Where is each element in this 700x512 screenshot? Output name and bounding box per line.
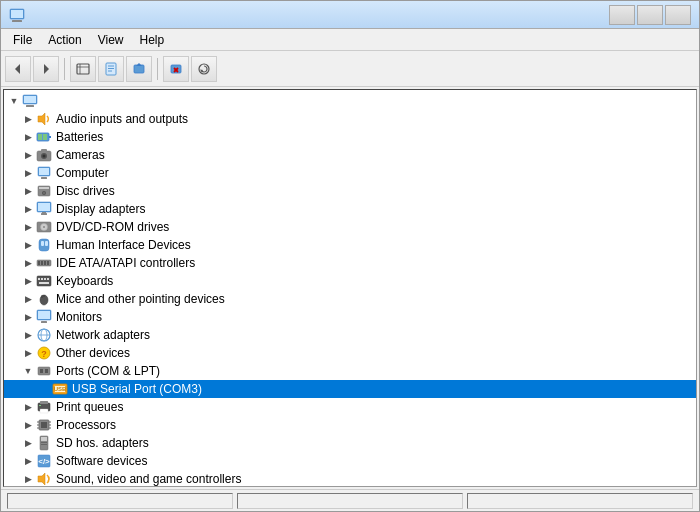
content-area: ▼ ▶ Audio inputs and outputs ▶ Batteries	[1, 87, 699, 489]
sep2	[157, 58, 158, 80]
status-panel-1	[7, 493, 233, 509]
tree-item-sound[interactable]: ▶ Sound, video and game controllers	[4, 470, 696, 487]
label-ports: Ports (COM & LPT)	[56, 364, 160, 378]
tree-item-software[interactable]: ▶ </> Software devices	[4, 452, 696, 470]
svg-rect-57	[39, 282, 49, 284]
menu-action[interactable]: Action	[40, 31, 89, 49]
expand-icon-software[interactable]: ▶	[20, 453, 36, 469]
tree-item-disk[interactable]: ▶ Disc drives	[4, 182, 696, 200]
expand-icon-monitors[interactable]: ▶	[20, 309, 36, 325]
svg-rect-70	[40, 369, 43, 373]
expand-icon-processors[interactable]: ▶	[20, 417, 36, 433]
tree-item-usb-serial[interactable]: USB USB Serial Port (COM3)	[4, 380, 696, 398]
computer-icon	[22, 93, 38, 109]
maximize-button[interactable]	[637, 5, 663, 25]
svg-point-28	[43, 155, 46, 158]
label-dvd: DVD/CD-ROM drives	[56, 220, 169, 234]
sep1	[64, 58, 65, 80]
label-display: Display adapters	[56, 202, 145, 216]
status-panel-3	[467, 493, 693, 509]
label-keyboards: Keyboards	[56, 274, 113, 288]
svg-rect-89	[41, 442, 47, 443]
device-tree[interactable]: ▼ ▶ Audio inputs and outputs ▶ Batteries	[3, 89, 697, 487]
tree-item-processors[interactable]: ▶ Processors	[4, 416, 696, 434]
label-monitors: Monitors	[56, 310, 102, 324]
tree-item-other[interactable]: ▶ ? Other devices	[4, 344, 696, 362]
svg-rect-56	[47, 278, 49, 280]
svg-rect-46	[45, 241, 48, 246]
close-button[interactable]	[665, 5, 691, 25]
expand-icon-computer[interactable]: ▶	[20, 165, 36, 181]
tree-item-print[interactable]: ▶ Print queues	[4, 398, 696, 416]
tree-item-monitors[interactable]: ▶ Monitors	[4, 308, 696, 326]
tree-item-keyboards[interactable]: ▶ Keyboards	[4, 272, 696, 290]
menu-help[interactable]: Help	[132, 31, 173, 49]
label-hid: Human Interface Devices	[56, 238, 191, 252]
icon-display	[36, 201, 52, 217]
icon-monitors	[36, 309, 52, 325]
expand-icon-mice[interactable]: ▶	[20, 291, 36, 307]
title-bar	[1, 1, 699, 29]
properties-button[interactable]	[98, 56, 124, 82]
svg-rect-63	[41, 321, 47, 323]
tree-item-dvd[interactable]: ▶ DVD/CD-ROM drives	[4, 218, 696, 236]
expand-icon-dvd[interactable]: ▶	[20, 219, 36, 235]
icon-usb-serial: USB	[52, 381, 68, 397]
tree-item-ports[interactable]: ▼ Ports (COM & LPT)	[4, 362, 696, 380]
tree-item-sd[interactable]: ▶ SD hos. adapters	[4, 434, 696, 452]
tree-item-computer[interactable]: ▶ Computer	[4, 164, 696, 182]
show-hidden-button[interactable]	[70, 56, 96, 82]
svg-rect-71	[45, 369, 48, 373]
svg-rect-90	[41, 444, 47, 445]
tree-item-network[interactable]: ▶ Network adapters	[4, 326, 696, 344]
svg-rect-21	[26, 105, 34, 107]
tree-item-ide[interactable]: ▶ IDE ATA/ATAPI controllers	[4, 254, 696, 272]
svg-marker-4	[44, 64, 49, 74]
expand-icon-sound[interactable]: ▶	[20, 471, 36, 487]
tree-item-batteries[interactable]: ▶ Batteries	[4, 128, 696, 146]
tree-item-audio[interactable]: ▶ Audio inputs and outputs	[4, 110, 696, 128]
expand-icon-disk[interactable]: ▶	[20, 183, 36, 199]
uninstall-button[interactable]	[163, 56, 189, 82]
expand-icon-batteries[interactable]: ▶	[20, 129, 36, 145]
expand-icon-ports[interactable]: ▼	[20, 363, 36, 379]
expand-icon-print[interactable]: ▶	[20, 399, 36, 415]
tree-root[interactable]: ▼	[4, 92, 696, 110]
expand-icon-sd[interactable]: ▶	[20, 435, 36, 451]
expand-icon-other[interactable]: ▶	[20, 345, 36, 361]
tree-item-hid[interactable]: ▶ Human Interface Devices	[4, 236, 696, 254]
root-expand-icon[interactable]: ▼	[6, 93, 22, 109]
label-disk: Disc drives	[56, 184, 115, 198]
tree-item-display[interactable]: ▶ Display adapters	[4, 200, 696, 218]
svg-rect-29	[41, 149, 47, 152]
menu-file[interactable]: File	[5, 31, 40, 49]
expand-icon-display[interactable]: ▶	[20, 201, 36, 217]
tree-item-cameras[interactable]: ▶ Cameras	[4, 146, 696, 164]
scan-hardware-button[interactable]	[191, 56, 217, 82]
svg-rect-12	[134, 65, 144, 73]
back-button[interactable]	[5, 56, 31, 82]
svg-point-43	[43, 226, 45, 228]
svg-rect-54	[41, 278, 43, 280]
expand-icon-keyboards[interactable]: ▶	[20, 273, 36, 289]
svg-rect-34	[39, 187, 49, 189]
update-driver-button[interactable]	[126, 56, 152, 82]
icon-ide	[36, 255, 52, 271]
svg-text:</>: </>	[38, 457, 50, 466]
icon-software: </>	[36, 453, 52, 469]
expand-icon-ide[interactable]: ▶	[20, 255, 36, 271]
expand-icon-hid[interactable]: ▶	[20, 237, 36, 253]
svg-rect-55	[44, 278, 46, 280]
svg-rect-24	[38, 134, 42, 140]
forward-button[interactable]	[33, 56, 59, 82]
device-manager-window: File Action View Help	[0, 0, 700, 512]
svg-rect-51	[47, 261, 49, 265]
minimize-button[interactable]	[609, 5, 635, 25]
svg-marker-3	[15, 64, 20, 74]
expand-icon-network[interactable]: ▶	[20, 327, 36, 343]
expand-icon-audio[interactable]: ▶	[20, 111, 36, 127]
menu-view[interactable]: View	[90, 31, 132, 49]
label-software: Software devices	[56, 454, 147, 468]
expand-icon-cameras[interactable]: ▶	[20, 147, 36, 163]
tree-item-mice[interactable]: ▶ Mice and other pointing devices	[4, 290, 696, 308]
